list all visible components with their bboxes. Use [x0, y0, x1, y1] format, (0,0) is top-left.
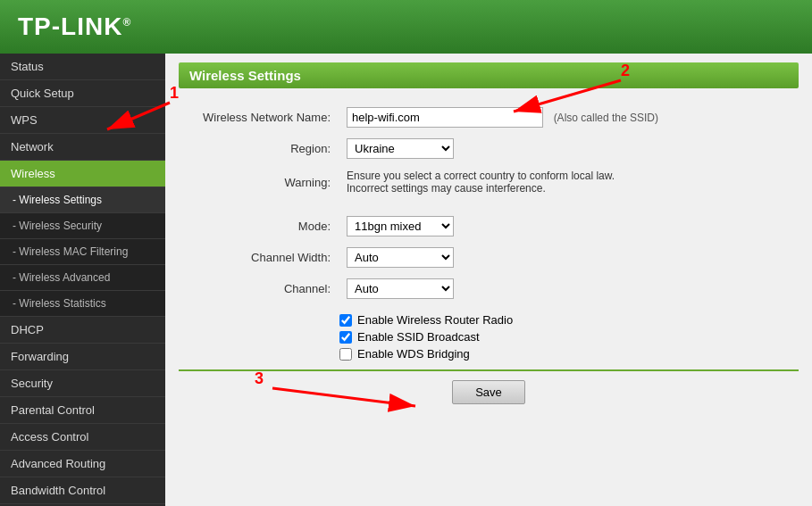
section-title: Wireless Settings	[179, 62, 799, 88]
mode-label: Mode:	[179, 211, 339, 242]
sidebar-item-access-control[interactable]: Access Control	[0, 424, 165, 451]
channel-row: Channel: Auto 123 456 789 10111213	[179, 273, 799, 304]
channel-select[interactable]: Auto 123 456 789 10111213	[347, 278, 454, 299]
checkbox-row-1: Enable Wireless Router Radio	[339, 313, 799, 327]
sidebar-item-advanced-routing[interactable]: Advanced Routing	[0, 451, 165, 477]
spacer-row	[179, 200, 799, 211]
enable-wds-bridging-label: Enable WDS Bridging	[357, 347, 470, 361]
divider	[179, 369, 799, 371]
channel-value-cell: Auto 123 456 789 10111213	[339, 273, 799, 304]
layout: Status Quick Setup WPS Network Wireless …	[0, 54, 812, 506]
mode-row: Mode: 11bgn mixed 11bg mixed 11b only 11…	[179, 211, 799, 242]
sidebar-item-wireless-security[interactable]: - Wireless Security	[0, 213, 165, 239]
sidebar-item-wireless-advanced[interactable]: - Wireless Advanced	[0, 265, 165, 291]
sidebar: Status Quick Setup WPS Network Wireless …	[0, 54, 165, 506]
sidebar-item-security[interactable]: Security	[0, 370, 165, 397]
region-select[interactable]: Ukraine United States Canada Germany Fra…	[347, 138, 454, 159]
enable-wireless-radio-label: Enable Wireless Router Radio	[357, 313, 513, 327]
enable-ssid-broadcast-checkbox[interactable]	[339, 331, 352, 344]
sidebar-item-status[interactable]: Status	[0, 54, 165, 80]
main-content: Wireless Settings Wireless Network Name:…	[165, 54, 812, 506]
channel-label: Channel:	[179, 273, 339, 304]
enable-ssid-broadcast-label: Enable SSID Broadcast	[357, 330, 480, 344]
region-value-cell: Ukraine United States Canada Germany Fra…	[339, 133, 799, 164]
warning-text: Ensure you select a correct country to c…	[347, 170, 659, 195]
warning-value-cell: Ensure you select a correct country to c…	[339, 164, 799, 200]
region-row: Region: Ukraine United States Canada Ger…	[179, 133, 799, 164]
mode-value-cell: 11bgn mixed 11bg mixed 11b only 11g only…	[339, 211, 799, 242]
enable-wireless-radio-checkbox[interactable]	[339, 314, 352, 327]
sidebar-item-wireless-settings[interactable]: - Wireless Settings	[0, 187, 165, 213]
logo: TP-LINK®	[18, 12, 131, 41]
ssid-note: (Also called the SSID)	[554, 112, 658, 124]
header: TP-LINK®	[0, 0, 812, 54]
network-name-row: Wireless Network Name: (Also called the …	[179, 102, 799, 133]
sidebar-item-wps[interactable]: WPS	[0, 107, 165, 134]
sidebar-item-dhcp[interactable]: DHCP	[0, 317, 165, 344]
wireless-settings-form: Wireless Network Name: (Also called the …	[179, 102, 799, 304]
sidebar-item-parental-control[interactable]: Parental Control	[0, 397, 165, 424]
channel-width-row: Channel Width: Auto 20MHz 40MHz	[179, 242, 799, 273]
checkbox-row-3: Enable WDS Bridging	[339, 347, 799, 361]
sidebar-item-forwarding[interactable]: Forwarding	[0, 344, 165, 370]
enable-wds-bridging-checkbox[interactable]	[339, 348, 352, 361]
save-row: Save	[179, 380, 799, 404]
network-name-input[interactable]	[347, 107, 543, 128]
checkboxes-section: Enable Wireless Router Radio Enable SSID…	[339, 313, 799, 361]
sidebar-item-bandwidth-control[interactable]: Bandwidth Control	[0, 477, 165, 504]
warning-label: Warning:	[179, 164, 339, 200]
region-label: Region:	[179, 133, 339, 164]
network-name-value-cell: (Also called the SSID)	[339, 102, 799, 133]
sidebar-item-network[interactable]: Network	[0, 134, 165, 161]
sidebar-item-wireless-statistics[interactable]: - Wireless Statistics	[0, 291, 165, 317]
checkbox-row-2: Enable SSID Broadcast	[339, 330, 799, 344]
sidebar-item-quick-setup[interactable]: Quick Setup	[0, 80, 165, 107]
network-name-label: Wireless Network Name:	[179, 102, 339, 133]
save-button[interactable]: Save	[452, 380, 525, 404]
channel-width-label: Channel Width:	[179, 242, 339, 273]
sidebar-item-wireless[interactable]: Wireless	[0, 161, 165, 187]
channel-width-value-cell: Auto 20MHz 40MHz	[339, 242, 799, 273]
warning-row: Warning: Ensure you select a correct cou…	[179, 164, 799, 200]
mode-select[interactable]: 11bgn mixed 11bg mixed 11b only 11g only…	[347, 216, 454, 236]
sidebar-item-wireless-mac-filtering[interactable]: - Wireless MAC Filtering	[0, 239, 165, 265]
channel-width-select[interactable]: Auto 20MHz 40MHz	[347, 247, 454, 268]
